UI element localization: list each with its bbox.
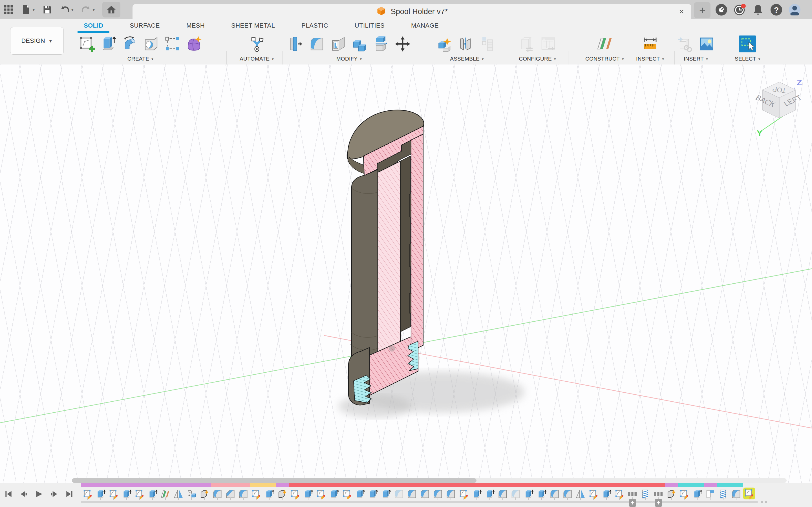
timeline-expand-group-button[interactable]: + [655, 499, 662, 507]
timeline-feature-sketch[interactable] [613, 483, 626, 501]
shell-button[interactable] [329, 34, 347, 54]
shaft-cylinder[interactable] [352, 170, 378, 372]
timeline-feature-sketch[interactable] [133, 483, 146, 501]
extrude-button[interactable] [99, 34, 117, 54]
skip-to-end-button[interactable] [65, 490, 74, 499]
select-button[interactable] [739, 34, 756, 54]
timeline-feature-fillet[interactable] [211, 483, 224, 501]
step-forward-button[interactable] [50, 490, 59, 499]
job-status-button[interactable] [733, 3, 746, 16]
ribbon-tab-solid[interactable]: SOLID [83, 21, 104, 32]
timeline-feature-fillet[interactable] [405, 483, 418, 501]
move-copy-button[interactable] [394, 34, 412, 54]
timeline-feature-sketch[interactable] [250, 483, 263, 501]
app-grid-button[interactable] [3, 4, 13, 15]
timeline-feature-extrude[interactable] [263, 483, 276, 501]
outer-wall-section-face[interactable] [411, 134, 423, 351]
joint-button[interactable] [458, 34, 476, 54]
document-tab[interactable]: Spool Holder v7* × [133, 4, 691, 19]
timeline-feature-plane[interactable] [159, 483, 172, 501]
timeline-feature-extrude[interactable] [302, 483, 315, 501]
timeline-expand-group-button[interactable]: + [629, 499, 637, 507]
close-tab-icon[interactable]: × [679, 7, 684, 16]
ribbon-tab-sheet-metal[interactable]: SHEET METAL [231, 21, 275, 32]
combine-button[interactable] [351, 34, 369, 54]
step-back-button[interactable] [19, 490, 28, 499]
timeline-feature-fillet[interactable] [393, 483, 405, 501]
timeline-feature-fillet[interactable] [237, 483, 250, 501]
timeline-feature-sketch[interactable] [289, 483, 302, 501]
notifications-button[interactable] [752, 3, 764, 16]
timeline-feature-body[interactable] [665, 483, 678, 501]
timeline-feature-fillet[interactable] [496, 483, 509, 501]
ribbon-tab-mesh[interactable]: MESH [186, 21, 205, 32]
timeline-feature-sketch[interactable] [107, 483, 120, 501]
timeline-feature-extrude[interactable] [354, 483, 366, 501]
ribbon-tab-plastic[interactable]: PLASTIC [301, 21, 329, 32]
group-label-insert[interactable]: INSERT▾ [684, 56, 708, 62]
redo-button[interactable]: ▾ [81, 4, 95, 15]
timeline-feature-extrude[interactable] [691, 483, 704, 501]
create-sketch-button[interactable] [78, 34, 96, 54]
timeline-feature-extrude[interactable] [120, 483, 133, 501]
timeline-feature-thread[interactable] [639, 483, 652, 501]
timeline-feature-extrude[interactable] [366, 483, 379, 501]
new-component-button[interactable] [437, 34, 455, 54]
timeline-feature-fillet[interactable] [561, 483, 574, 501]
rectangular-pattern-button[interactable] [163, 34, 182, 54]
timeline-feature-mirror[interactable] [172, 483, 185, 501]
timeline-feature-fillet[interactable] [509, 483, 522, 501]
timeline-feature-extrude[interactable] [483, 483, 496, 501]
timeline-feature-fillet[interactable] [418, 483, 432, 501]
timeline-feature-fillet[interactable] [548, 483, 561, 501]
timeline-feature-extrude[interactable] [522, 483, 535, 501]
spool-holder-section-model[interactable] [0, 64, 812, 507]
ribbon-tab-surface[interactable]: SURFACE [129, 21, 160, 32]
timeline-feature-extrude[interactable] [327, 483, 341, 501]
workspace-selector[interactable]: DESIGN ▼ [10, 27, 64, 55]
skip-to-start-button[interactable] [4, 490, 13, 499]
press-pull-button[interactable] [287, 34, 305, 54]
timeline-feature-body[interactable] [276, 483, 289, 501]
view-cube[interactable]: TOP BACK LEFT Z Y [751, 76, 808, 138]
measure-button[interactable] [641, 34, 659, 54]
revolve-button[interactable] [121, 34, 139, 54]
group-label-modify[interactable]: MODIFY▾ [336, 56, 362, 62]
timeline-feature-pattern[interactable] [626, 483, 639, 501]
group-label-construct[interactable]: CONSTRUCT▾ [585, 56, 624, 62]
timeline-feature-extrude[interactable] [146, 483, 159, 501]
save-button[interactable] [42, 4, 52, 15]
ribbon-tab-manage[interactable]: MANAGE [410, 21, 439, 32]
timeline-feature-chamfer[interactable] [224, 483, 237, 501]
timeline-feature-thread[interactable] [717, 483, 730, 501]
timeline-feature-extrude[interactable] [470, 483, 483, 501]
timeline-feature-sketch[interactable] [457, 483, 470, 501]
create-form-button[interactable] [185, 34, 203, 54]
timeline-feature-extrude[interactable] [600, 483, 613, 501]
timeline-feature-extrude[interactable] [379, 483, 393, 501]
extensions-button[interactable] [715, 3, 728, 16]
fillet-button[interactable] [308, 34, 326, 54]
timeline-feature-sketch[interactable] [678, 483, 691, 501]
file-button[interactable]: ▾ [21, 4, 35, 15]
offset-face-button[interactable] [372, 34, 390, 54]
timeline-feature-fillet[interactable] [444, 483, 457, 501]
construction-plane-button[interactable] [596, 34, 613, 54]
new-tab-button[interactable]: + [694, 2, 711, 18]
inner-boss-section-face[interactable] [378, 161, 400, 364]
3d-viewport[interactable]: TOP BACK LEFT Z Y ▾▾▾▾▾ [0, 64, 812, 507]
insert-canvas-button[interactable] [698, 34, 716, 54]
group-label-select[interactable]: SELECT▾ [735, 56, 760, 62]
play-button[interactable] [35, 490, 43, 499]
timeline-feature-body[interactable] [198, 483, 211, 501]
profile-avatar-button[interactable] [788, 3, 801, 16]
ribbon-tab-utilities[interactable]: UTILITIES [354, 21, 385, 32]
timeline-feature-mirror[interactable] [574, 483, 587, 501]
automate-button[interactable] [248, 34, 266, 54]
timeline-feature-sketch[interactable] [587, 483, 600, 501]
timeline-feature-fillet[interactable] [432, 483, 444, 501]
timeline-feature-sketch[interactable] [315, 483, 327, 501]
group-label-inspect[interactable]: INSPECT▾ [636, 56, 664, 62]
model-body[interactable] [348, 110, 424, 405]
group-label-create[interactable]: CREATE▾ [128, 56, 153, 62]
